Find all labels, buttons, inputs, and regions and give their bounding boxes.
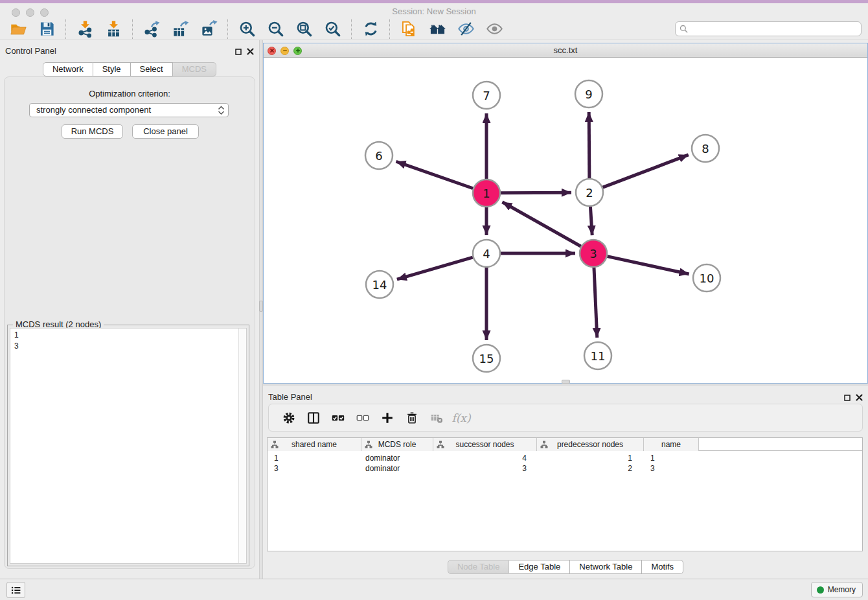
table-cell: 1 <box>268 453 361 463</box>
delete-table-icon[interactable] <box>428 410 445 426</box>
table-row[interactable]: 3dominator323 <box>268 463 862 474</box>
main-toolbar <box>0 18 868 40</box>
graph-edge-1-6[interactable] <box>396 161 473 189</box>
zoom-selected-icon[interactable] <box>323 19 342 40</box>
graph-node-1[interactable]: 1 <box>473 179 500 207</box>
svg-text:14: 14 <box>372 278 387 292</box>
memory-status-icon <box>817 586 824 594</box>
result-scrollbar[interactable] <box>238 329 246 563</box>
graph-edge-1-2[interactable] <box>501 192 571 193</box>
graph-node-11[interactable]: 11 <box>584 342 611 369</box>
zoom-out-icon[interactable] <box>266 19 285 40</box>
network-view-window: scc.txt 1234678910111415 <box>263 43 868 384</box>
graph-edge-2-8[interactable] <box>603 155 689 187</box>
svg-text:9: 9 <box>585 87 592 101</box>
unselect-all-checkbox-icon[interactable] <box>354 410 371 426</box>
tab-mcds[interactable]: MCDS <box>173 62 216 76</box>
network-view-title: scc.txt <box>264 45 867 55</box>
svg-text:2: 2 <box>586 186 593 200</box>
save-session-icon[interactable] <box>37 19 56 40</box>
task-history-button[interactable] <box>6 582 25 598</box>
table-header-row: shared name MCDS role successor nodes pr… <box>268 438 862 451</box>
graph-edge-3-1[interactable] <box>502 202 580 246</box>
window-title: Session: New Session <box>0 6 868 16</box>
export-network-icon[interactable] <box>142 19 161 40</box>
run-mcds-button[interactable]: Run MCDS <box>62 124 123 139</box>
graph-edge-2-3[interactable] <box>590 207 592 235</box>
network-window-titlebar[interactable]: scc.txt <box>264 43 867 58</box>
graph-node-6[interactable]: 6 <box>365 142 393 169</box>
search-input[interactable] <box>691 24 861 34</box>
table-cell: 3 <box>644 463 699 474</box>
graph-node-8[interactable]: 8 <box>692 135 719 162</box>
export-table-icon[interactable] <box>170 19 190 40</box>
toolbar-separator <box>132 19 133 39</box>
import-network-icon[interactable] <box>75 19 95 40</box>
table-cell: 3 <box>268 463 361 474</box>
tab-edge-table[interactable]: Edge Table <box>509 560 570 574</box>
table-toolbar: f(x) <box>268 404 863 432</box>
column-header-predecessor-nodes[interactable]: predecessor nodes <box>537 438 644 451</box>
graph-node-9[interactable]: 9 <box>575 80 602 108</box>
graph-node-2[interactable]: 2 <box>576 179 603 206</box>
graph-edge-4-14[interactable] <box>397 257 473 279</box>
toolbar-separator <box>227 19 228 39</box>
graph-edge-2-9[interactable] <box>589 112 589 178</box>
fx-label: f(x) <box>451 411 470 424</box>
zoom-in-icon[interactable] <box>237 19 257 40</box>
svg-text:10: 10 <box>700 271 714 285</box>
hide-graphics-details-icon[interactable] <box>456 19 475 40</box>
add-column-icon[interactable] <box>379 410 396 426</box>
import-table-icon[interactable] <box>104 19 123 40</box>
graph-node-14[interactable]: 14 <box>366 271 393 298</box>
memory-button[interactable]: Memory <box>811 582 863 597</box>
tree-icon <box>437 441 444 448</box>
function-builder-icon[interactable]: f(x) <box>453 410 470 426</box>
export-image-icon[interactable] <box>199 19 218 40</box>
float-panel-icon[interactable] <box>235 46 242 58</box>
svg-text:7: 7 <box>483 89 490 102</box>
column-header-name[interactable]: name <box>644 438 699 451</box>
tab-select[interactable]: Select <box>131 62 173 76</box>
graph-node-3[interactable]: 3 <box>580 240 607 267</box>
tab-node-table[interactable]: Node Table <box>448 560 510 574</box>
column-header-successor-nodes[interactable]: successor nodes <box>433 438 537 451</box>
tab-network[interactable]: Network <box>43 62 93 76</box>
float-panel-icon[interactable] <box>844 392 851 404</box>
select-all-checkbox-icon[interactable] <box>330 410 347 426</box>
mcds-result-textarea[interactable]: 1 3 <box>10 328 247 564</box>
network-canvas[interactable]: 1234678910111415 <box>264 58 867 383</box>
open-folder-icon[interactable] <box>8 19 28 40</box>
column-header-shared-name[interactable]: shared name <box>268 438 361 451</box>
toolbar-separator <box>351 19 352 39</box>
svg-text:4: 4 <box>483 247 490 260</box>
control-panel-tabs: NetworkStyleSelectMCDS <box>0 62 259 76</box>
graph-node-7[interactable]: 7 <box>473 82 500 109</box>
split-columns-icon[interactable] <box>305 410 322 426</box>
close-panel-icon[interactable] <box>247 46 254 58</box>
network-from-file-icon[interactable] <box>399 19 418 40</box>
table-row[interactable]: 1dominator411 <box>268 453 862 463</box>
graph-node-10[interactable]: 10 <box>693 264 720 292</box>
svg-text:6: 6 <box>375 149 382 163</box>
graph-edge-3-11[interactable] <box>594 268 597 338</box>
column-header-MCDS-role[interactable]: MCDS role <box>361 438 433 451</box>
table-panel-title: Table Panel <box>268 392 312 402</box>
show-graphics-details-icon[interactable] <box>485 19 504 40</box>
zoom-fit-icon[interactable] <box>294 19 314 40</box>
gear-icon[interactable] <box>280 410 297 426</box>
optimization-criterion-select[interactable]: strongly connected component <box>29 103 229 117</box>
graph-node-4[interactable]: 4 <box>473 240 500 267</box>
tab-style[interactable]: Style <box>93 62 131 76</box>
table-cell: 3 <box>433 463 537 474</box>
delete-column-icon[interactable] <box>404 410 420 426</box>
search-field[interactable] <box>675 21 862 36</box>
home-icon[interactable] <box>428 19 447 40</box>
graph-node-15[interactable]: 15 <box>473 345 500 372</box>
tab-motifs[interactable]: Motifs <box>642 560 683 574</box>
refresh-icon[interactable] <box>361 19 380 40</box>
graph-edge-3-10[interactable] <box>607 257 689 274</box>
close-panel-button[interactable]: Close panel <box>132 124 199 139</box>
tab-network-table[interactable]: Network Table <box>570 560 642 574</box>
close-panel-icon[interactable] <box>856 392 863 404</box>
